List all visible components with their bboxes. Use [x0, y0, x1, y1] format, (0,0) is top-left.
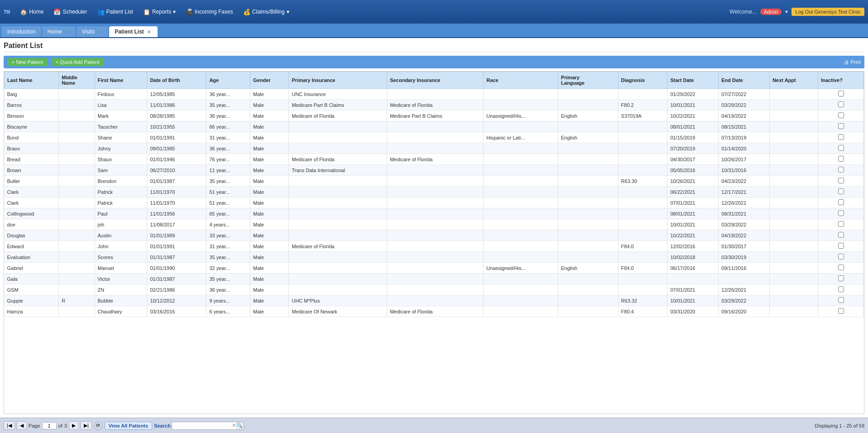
tab-home[interactable]: Home ✕ [42, 26, 76, 37]
new-patient-button[interactable]: + New Patient [7, 58, 48, 66]
inactive-cell[interactable] [818, 284, 864, 295]
col-inactive[interactable]: Inactive? [818, 72, 864, 89]
table-row[interactable]: GalaVictor01/31/198735 year...Male [5, 274, 864, 284]
table-row[interactable]: CollingwoodPaul11/01/195665 year...Male0… [5, 208, 864, 219]
table-row[interactable]: GabrielManuel01/01/199032 year...MaleUna… [5, 263, 864, 274]
inactive-checkbox[interactable] [838, 91, 844, 96]
nav-scheduler[interactable]: 📅 Scheduler [49, 7, 91, 17]
inactive-cell[interactable] [818, 274, 864, 284]
table-row[interactable]: BarrosLisa11/01/198635 year...MaleMedica… [5, 100, 864, 111]
col-race[interactable]: Race [484, 72, 558, 89]
inactive-cell[interactable] [818, 176, 864, 187]
search-label-button[interactable]: Search [154, 423, 171, 428]
inactive-cell[interactable] [818, 230, 864, 241]
col-diagnosis[interactable]: Diagnosis [618, 72, 667, 89]
table-row[interactable]: doejoh11/08/20174 years...Male10/01/2021… [5, 219, 864, 230]
tab-patient-list-close[interactable]: ✕ [146, 29, 152, 35]
inactive-cell[interactable] [818, 219, 864, 230]
tab-visits[interactable]: Visits ✕ [77, 26, 108, 37]
inactive-cell[interactable] [818, 306, 864, 317]
table-row[interactable]: EvaluationScores01/31/198735 year...Male… [5, 252, 864, 263]
nav-patient-list[interactable]: 👥 Patient List [93, 7, 138, 17]
search-go-button[interactable]: 🔍 [236, 422, 244, 430]
inactive-cell[interactable] [818, 187, 864, 197]
table-row[interactable]: BensonMark08/28/198536 year...MaleMedica… [5, 111, 864, 121]
quick-add-patient-button[interactable]: + Quick Add Patient [51, 58, 104, 66]
table-row[interactable]: GuppieRBubble10/12/20129 years...MaleUHC… [5, 295, 864, 306]
admin-badge[interactable]: Admin [760, 9, 782, 15]
inactive-cell[interactable] [818, 165, 864, 176]
search-clear-button[interactable]: ✕ [232, 423, 236, 428]
table-row[interactable]: EdwardJohn01/01/199131 year...MaleMedica… [5, 241, 864, 252]
page-number-input[interactable] [42, 422, 57, 429]
inactive-cell[interactable] [818, 208, 864, 219]
inactive-checkbox[interactable] [838, 199, 844, 205]
inactive-checkbox[interactable] [838, 156, 844, 162]
view-all-button[interactable]: View All Patients [105, 422, 152, 430]
inactive-checkbox[interactable] [838, 123, 844, 129]
inactive-cell[interactable] [818, 295, 864, 306]
table-row[interactable]: BreadShaun01/01/194676 year...MaleMedica… [5, 154, 864, 165]
inactive-checkbox[interactable] [838, 134, 844, 140]
col-primary-insurance[interactable]: Primary Insurance [289, 72, 387, 89]
tab-patient-list[interactable]: Patient List ✕ [109, 26, 158, 37]
inactive-cell[interactable] [818, 132, 864, 143]
tab-home-close[interactable]: ✕ [64, 29, 70, 35]
inactive-checkbox[interactable] [838, 112, 844, 118]
inactive-checkbox[interactable] [838, 188, 844, 194]
table-row[interactable]: HamzaChaudhary03/16/20166 years...MaleMe… [5, 306, 864, 317]
inactive-cell[interactable] [818, 143, 864, 154]
col-middle-name[interactable]: MiddleName [59, 72, 95, 89]
logout-button[interactable]: Log Out Genensys Test Clinic [791, 8, 864, 16]
inactive-cell[interactable] [818, 154, 864, 165]
table-row[interactable]: BiscayneTauscher10/21/195566 year...Male… [5, 121, 864, 132]
nav-home[interactable]: 🏠 Home [15, 7, 48, 17]
tab-introduction[interactable]: Introduction [2, 26, 41, 37]
col-last-name[interactable]: Last Name [5, 72, 59, 89]
inactive-cell[interactable] [818, 241, 864, 252]
inactive-cell[interactable] [818, 121, 864, 132]
inactive-checkbox[interactable] [838, 265, 844, 270]
inactive-checkbox[interactable] [838, 221, 844, 227]
table-row[interactable]: DouglasAustin01/01/198933 year...Male10/… [5, 230, 864, 241]
table-row[interactable]: ClarkPatrick11/01/197051 year...Male07/0… [5, 197, 864, 208]
inactive-checkbox[interactable] [838, 254, 844, 260]
next-page-button[interactable]: ▶ [69, 421, 79, 430]
nav-reports[interactable]: 📋 Reports ▾ [139, 7, 180, 17]
nav-claims-billing[interactable]: 💰 Claims/Billing ▾ [239, 7, 294, 17]
inactive-checkbox[interactable] [838, 297, 844, 303]
table-row[interactable]: BondShane01/01/199131 year...MaleHispani… [5, 132, 864, 143]
inactive-checkbox[interactable] [838, 101, 844, 107]
inactive-cell[interactable] [818, 252, 864, 263]
col-next-appt[interactable]: Next Appt [770, 72, 818, 89]
inactive-checkbox[interactable] [838, 145, 844, 151]
table-row[interactable]: ButlerBrendon01/01/198735 year...MaleR63… [5, 176, 864, 187]
inactive-checkbox[interactable] [838, 178, 844, 183]
inactive-checkbox[interactable] [838, 286, 844, 292]
col-age[interactable]: Age [206, 72, 250, 89]
inactive-cell[interactable] [818, 263, 864, 274]
col-gender[interactable]: Gender [250, 72, 289, 89]
table-row[interactable]: BravoJohny09/01/198536 year...Male07/20/… [5, 143, 864, 154]
prev-page-button[interactable]: ◀ [17, 421, 27, 430]
first-page-button[interactable]: |◀ [4, 421, 15, 430]
nav-incoming-faxes[interactable]: 📠 Incoming Faxes [181, 7, 238, 17]
inactive-checkbox[interactable] [838, 232, 844, 238]
col-secondary-insurance[interactable]: Secondary Insurance [387, 72, 484, 89]
inactive-checkbox[interactable] [838, 210, 844, 216]
table-row[interactable]: ClarkPatrick11/01/197051 year...Male06/2… [5, 187, 864, 197]
table-row[interactable]: GSMZN02/21/198636 year...Male07/01/20211… [5, 284, 864, 295]
refresh-button[interactable]: ⟳ [94, 421, 103, 430]
col-dob[interactable]: Date of Birth [147, 72, 206, 89]
col-primary-language[interactable]: PrimaryLanguage [558, 72, 618, 89]
inactive-checkbox[interactable] [838, 243, 844, 249]
inactive-cell[interactable] [818, 197, 864, 208]
last-page-button[interactable]: ▶| [81, 421, 92, 430]
inactive-checkbox[interactable] [838, 167, 844, 173]
col-first-name[interactable]: First Name [95, 72, 147, 89]
tab-visits-close[interactable]: ✕ [96, 29, 103, 35]
print-button[interactable]: 🖨 Print [844, 59, 861, 65]
col-end-date[interactable]: End Date [719, 72, 770, 89]
inactive-checkbox[interactable] [838, 308, 844, 314]
inactive-checkbox[interactable] [838, 275, 844, 281]
